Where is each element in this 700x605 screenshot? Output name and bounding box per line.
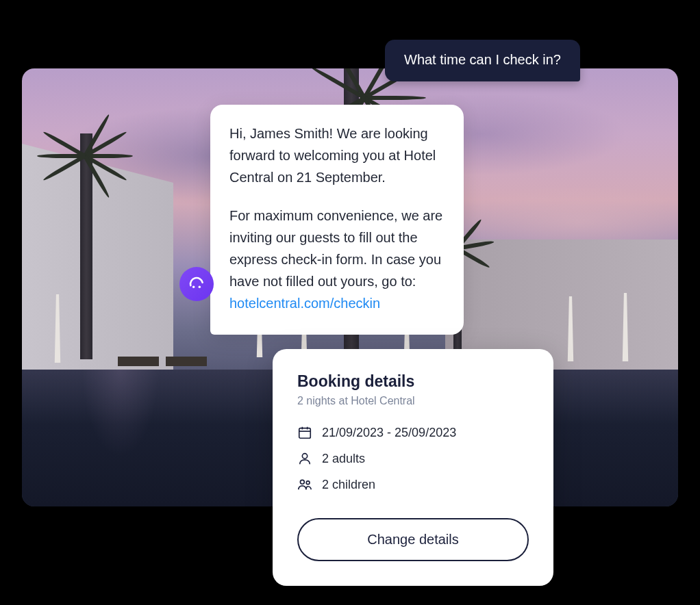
- bot-message-paragraph: For maximum convenience, we are inviting…: [229, 205, 445, 314]
- svg-rect-2: [299, 428, 311, 439]
- booking-subtitle: 2 nights at Hotel Central: [297, 395, 529, 407]
- svg-point-1: [199, 286, 201, 288]
- svg-point-0: [192, 286, 195, 288]
- svg-point-4: [300, 480, 304, 484]
- svg-point-5: [306, 481, 310, 485]
- booking-title: Booking details: [297, 372, 529, 391]
- bot-message-text: For maximum convenience, we are inviting…: [229, 208, 442, 289]
- booking-children-row: 2 children: [297, 477, 529, 492]
- lounger: [118, 357, 159, 366]
- person-icon: [297, 451, 312, 466]
- bot-avatar-badge: [179, 267, 214, 301]
- svg-point-3: [302, 454, 307, 459]
- booking-children-text: 2 children: [322, 478, 375, 492]
- booking-dates-text: 21/09/2023 - 25/09/2023: [322, 426, 456, 440]
- user-message-text: What time can I check in?: [404, 52, 561, 67]
- user-chat-bubble: What time can I check in?: [385, 40, 580, 81]
- bot-logo-icon: [188, 275, 205, 293]
- bot-message-paragraph: Hi, James Smith! We are looking forward …: [229, 123, 445, 188]
- palm-fronds: [37, 116, 133, 192]
- booking-adults-text: 2 adults: [322, 452, 365, 466]
- bot-chat-bubble: Hi, James Smith! We are looking forward …: [210, 105, 464, 335]
- change-details-button[interactable]: Change details: [297, 518, 529, 561]
- booking-adults-row: 2 adults: [297, 451, 529, 466]
- booking-details-card: Booking details 2 nights at Hotel Centra…: [273, 349, 553, 586]
- calendar-icon: [297, 425, 312, 440]
- lounger: [166, 357, 207, 366]
- booking-dates-row: 21/09/2023 - 25/09/2023: [297, 425, 529, 440]
- people-icon: [297, 477, 312, 492]
- checkin-link[interactable]: hotelcentral.com/checkin: [229, 296, 380, 311]
